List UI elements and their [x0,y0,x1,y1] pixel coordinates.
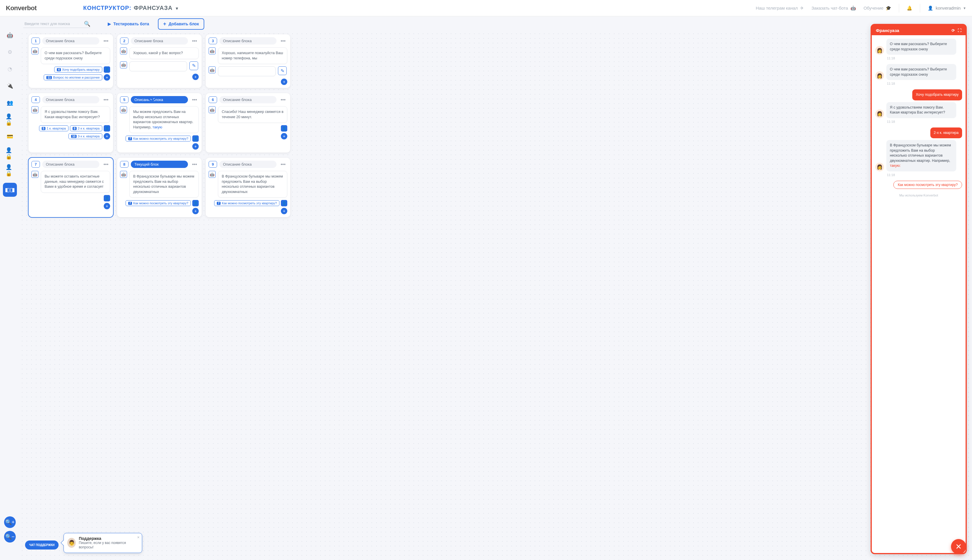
message-bubble[interactable]: Хорошо, напишите пожалуйста Ваш номер те… [218,47,287,64]
add-chip-icon[interactable]: + [192,73,199,80]
refresh-icon[interactable]: ⟳ [952,28,955,33]
edit-icon[interactable]: ✎ [189,62,198,70]
chat-message-user: Хочу подобрать квартиру [875,89,962,100]
rail-bots-icon[interactable]: 🤖 [5,31,14,40]
user-icon: 👤 [192,200,199,207]
card-head: 9 Описание блока ••• [209,161,287,168]
block-card[interactable]: 9 Описание блока ••• 🤖 В Французском бул… [206,158,290,217]
preview-header: Франсуаза ⟳ ⛶ [872,25,965,35]
search-input[interactable] [23,20,84,28]
input-field[interactable] [129,62,187,71]
chip[interactable]: 7Как можно посмотреть эту квартиру? [125,136,191,142]
add-chip-icon[interactable]: + [281,208,287,214]
chip[interactable]: 7Как можно посмотреть эту квартиру? [214,200,279,206]
chat-suggestion[interactable]: Как можно посмотреть эту квартиру? [893,181,962,189]
card-menu-icon[interactable]: ••• [279,38,287,44]
rail-blocks-icon[interactable]: ◧◨ [3,183,17,197]
card-menu-icon[interactable]: ••• [102,38,110,44]
input-field[interactable] [218,67,276,76]
chip-row: + [120,208,199,214]
expand-icon[interactable]: ⛶ [958,28,962,33]
chip[interactable]: 4Хочу подобрать квартиру [54,67,102,72]
rail-lock1-icon[interactable]: 👤🔒 [5,149,14,158]
add-chip-icon[interactable]: + [192,143,199,150]
chips: 7Как можно посмотреть эту квартиру? 👤 + [209,200,287,214]
support-message: Пишите, если у вас появятся вопросы! [79,541,133,550]
message-bubble[interactable]: Мы можем предложить Вам на выбор несколь… [129,106,199,133]
card-title[interactable]: Описание блока [131,96,188,103]
card-menu-icon[interactable]: ••• [102,162,110,167]
card-title[interactable]: Описание блока [42,37,99,45]
rail-stats-icon[interactable]: ◔ [5,65,14,73]
add-chip-icon[interactable]: + [281,133,287,139]
card-menu-icon[interactable]: ••• [102,97,110,102]
learn-link[interactable]: Обучение 🎓 [863,5,892,11]
card-menu-icon[interactable]: ••• [190,162,199,167]
card-title[interactable]: Описание блока [219,96,276,103]
chat-timestamp: 11:18 [887,173,962,177]
rail-settings-icon[interactable]: ⚙ [5,48,14,57]
block-card[interactable]: 2 Описание блока ••• 🤖 Хорошо, какой у В… [117,34,202,88]
chip[interactable]: 51 к. квартира [39,125,69,131]
chip[interactable]: 7Как можно посмотреть эту квартиру? [125,200,191,206]
rail-card-icon[interactable]: 💳 [5,132,14,141]
close-icon[interactable]: × [137,535,140,540]
rail-plugin-icon[interactable]: 🔌 [5,82,14,90]
test-bot-button[interactable]: ▶ Тестировать бота [108,22,149,26]
card-title[interactable]: Описание блока [219,37,276,45]
block-card[interactable]: 5 Описание блока ••• 🤖 Мы можем предложи… [117,93,202,153]
plus-icon: + [163,21,166,27]
telegram-link[interactable]: Наш телеграм канал ✈ [756,5,804,11]
message-bubble[interactable]: Вы можете оставить контактные данные, на… [41,171,110,193]
block-card[interactable]: 7 Описание блока ••• 🤖 Вы можете оставит… [28,158,113,217]
rail-lock2-icon[interactable]: 👤🔒 [5,166,14,175]
user-menu[interactable]: 👤 konveradmin ▼ [928,5,966,11]
add-chip-icon[interactable]: + [104,203,110,209]
card-title[interactable]: Описание блока [131,37,188,45]
chevron-down-icon: ▼ [963,7,966,10]
message-bubble[interactable]: Хорошо, какой у Вас вопрос? [129,47,199,59]
message-bubble[interactable]: В Французском бульваре мы можем предложи… [218,171,287,198]
block-card[interactable]: 3 Описание блока ••• 🤖 Хорошо, напишите … [206,34,290,88]
message-bubble[interactable]: Спасибо! Наш менеджер свяжется в течение… [218,106,287,123]
constructor-title[interactable]: КОНСТРУКТОР: ФРАНСУАЗА ▼ [83,5,179,12]
message-bubble[interactable]: Я с удовольствием помогу Вам. Какая квар… [41,106,110,123]
block-card[interactable]: 8 Текущий блок ••• 🤖 В Французском бульв… [117,158,202,217]
card-menu-icon[interactable]: ••• [279,97,287,102]
add-chip-icon[interactable]: + [104,74,110,81]
add-chip-icon[interactable]: + [192,208,199,214]
zoom-in-button[interactable]: 🔍+ [4,516,16,528]
rail-users-icon[interactable]: 👥 [5,98,14,107]
card-title[interactable]: Текущий блок [131,161,188,168]
chip-row: 👤 [209,125,287,132]
chip[interactable]: 82-х к. квартира [70,125,102,131]
add-chip-icon[interactable]: + [104,133,110,139]
add-block-button[interactable]: + Добавить блок [158,18,204,30]
preview-body[interactable]: 👩 О чем вам рассказать? Выберите среди п… [872,35,965,553]
support-chat-button[interactable]: ЧАТ ПОДДЕРЖКИ [25,540,59,550]
message-bubble[interactable]: О чем вам рассказать? Выберите среди под… [41,47,110,64]
chip[interactable]: 103-х к. квартира [69,133,102,139]
edit-icon[interactable]: ✎ [278,67,287,75]
order-link[interactable]: Заказать чат-бота 🤖 [811,5,856,11]
card-title[interactable]: Описание блока [219,161,276,168]
canvas[interactable]: 1 Описание блока ••• 🤖 О чем вам рассказ… [20,32,972,560]
card-title[interactable]: Описание блока [42,96,99,103]
block-card[interactable]: 4 Описание блока ••• 🤖 Я с удовольствием… [28,93,113,153]
chip[interactable]: 11Вопрос по ипотеке и рассрочке [44,75,102,80]
close-chat-button[interactable]: ✕ [951,539,966,554]
block-card[interactable]: 1 Описание блока ••• 🤖 О чем вам рассказ… [28,34,113,88]
search-icon[interactable]: 🔍 [84,21,90,27]
zoom-out-button[interactable]: 🔍− [4,531,16,543]
card-title[interactable]: Описание блока [42,161,99,168]
chips: 51 к. квартира 82-х к. квартира 👤 103-х … [32,125,110,139]
card-menu-icon[interactable]: ••• [190,38,199,44]
card-menu-icon[interactable]: ••• [279,162,287,167]
card-menu-icon[interactable]: ••• [190,97,199,102]
bot-icon: 🤖 [209,171,216,178]
message-bubble[interactable]: В Французском бульваре мы можем предложи… [129,171,199,198]
block-card[interactable]: 6 Описание блока ••• 🤖 Спасибо! Наш мене… [206,93,290,153]
bell-icon[interactable]: 🔔 [907,5,912,11]
add-chip-icon[interactable]: + [281,78,287,85]
rail-userlock-icon[interactable]: 👤🔒 [5,115,14,124]
